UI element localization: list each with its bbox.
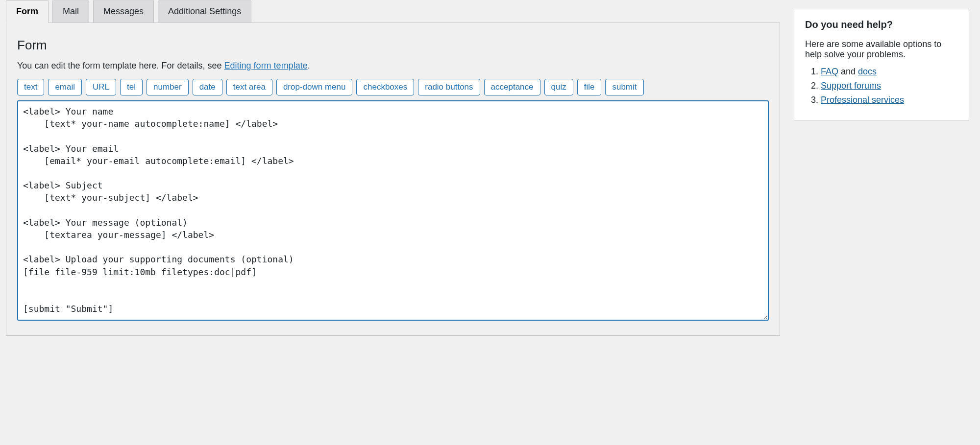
help-box: Do you need help? Here are some availabl… (794, 9, 969, 120)
tag-button-radio-buttons[interactable]: radio buttons (418, 79, 480, 95)
tag-button-checkboxes[interactable]: checkboxes (356, 79, 414, 95)
tag-button-number[interactable]: number (147, 79, 189, 95)
tab-messages-label: Messages (103, 6, 144, 16)
section-title: Form (17, 38, 769, 53)
support-forums-link[interactable]: Support forums (821, 81, 881, 91)
tag-button-quiz[interactable]: quiz (544, 79, 573, 95)
tag-button-text-area[interactable]: text area (226, 79, 272, 95)
help-item-faq-mid: and (838, 67, 858, 76)
professional-services-link[interactable]: Professional services (821, 95, 904, 105)
tab-additional-settings[interactable]: Additional Settings (158, 0, 251, 23)
tab-form-label: Form (16, 6, 38, 16)
help-item-support: Support forums (821, 81, 958, 91)
tag-button-submit[interactable]: submit (605, 79, 643, 95)
tag-generator-row: textemailURLtelnumberdatetext areadrop-d… (17, 79, 769, 95)
tag-button-acceptance[interactable]: acceptance (484, 79, 540, 95)
help-item-pro: Professional services (821, 95, 958, 105)
help-list: FAQ and docs Support forums Professional… (805, 67, 958, 105)
tag-button-date[interactable]: date (193, 79, 222, 95)
tag-button-drop-down-menu[interactable]: drop-down menu (276, 79, 353, 95)
tab-additional-label: Additional Settings (168, 6, 241, 16)
tab-form[interactable]: Form (6, 0, 49, 23)
faq-link[interactable]: FAQ (821, 67, 838, 76)
tab-mail-label: Mail (63, 6, 79, 16)
tab-messages[interactable]: Messages (93, 0, 154, 23)
editing-form-template-link[interactable]: Editing form template (224, 61, 308, 70)
tabs: Form Mail Messages Additional Settings (6, 0, 780, 23)
tag-button-URL[interactable]: URL (86, 79, 116, 95)
form-template-textarea[interactable] (17, 100, 769, 321)
tag-button-file[interactable]: file (577, 79, 602, 95)
tag-button-text[interactable]: text (17, 79, 44, 95)
help-item-faq: FAQ and docs (821, 67, 958, 77)
help-title: Do you need help? (805, 19, 958, 30)
desc-prefix: You can edit the form template here. For… (17, 61, 224, 70)
tag-button-email[interactable]: email (48, 79, 82, 95)
form-panel: Form You can edit the form template here… (6, 23, 780, 336)
tab-mail[interactable]: Mail (52, 0, 89, 23)
desc-suffix: . (308, 61, 310, 70)
tag-button-tel[interactable]: tel (120, 79, 143, 95)
docs-link[interactable]: docs (858, 67, 877, 76)
section-description: You can edit the form template here. For… (17, 61, 769, 71)
help-intro: Here are some available options to help … (805, 39, 958, 60)
